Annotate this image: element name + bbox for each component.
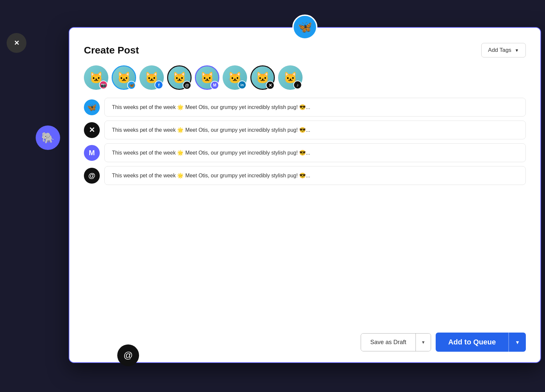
- save-draft-group: Save as Draft ▼: [361, 333, 431, 351]
- post-text-threads[interactable]: This weeks pet of the week 🌟 Meet Otis, …: [104, 166, 526, 185]
- save-draft-chevron-icon: ▼: [421, 340, 425, 345]
- posts-list: 🦋 This weeks pet of the week 🌟 Meet Otis…: [84, 98, 526, 324]
- avatar-bluesky[interactable]: 🐱 🦋: [112, 65, 136, 90]
- bluesky-badge: 🦋: [127, 81, 136, 89]
- modal-footer: Save as Draft ▼ Add to Queue ▼: [84, 333, 526, 352]
- mastodon-badge: M: [210, 81, 219, 89]
- save-draft-chevron-button[interactable]: ▼: [416, 334, 431, 351]
- post-row-mastodon: M This weeks pet of the week 🌟 Meet Otis…: [84, 143, 526, 162]
- add-tags-button[interactable]: Add Tags ▼: [481, 43, 526, 57]
- create-post-modal: 🦋 Create Post Add Tags ▼ 🐱 📷 🐱 🦋 🐱: [69, 27, 541, 363]
- modal-header: Create Post Add Tags ▼: [84, 43, 526, 57]
- linkedin-badge: in: [238, 81, 246, 89]
- side-x-icon[interactable]: ✕: [7, 33, 26, 53]
- facebook-badge: f: [155, 81, 163, 89]
- post-row-x: ✕ This weeks pet of the week 🌟 Meet Otis…: [84, 121, 526, 139]
- save-draft-button[interactable]: Save as Draft: [361, 334, 416, 351]
- post-icon-bluesky: 🦋: [84, 99, 100, 115]
- side-mastodon-icon[interactable]: 🐘: [36, 125, 60, 150]
- avatar-linkedin[interactable]: 🐱 in: [223, 65, 247, 90]
- x-badge: ✕: [266, 81, 274, 89]
- post-row-bluesky: 🦋 This weeks pet of the week 🌟 Meet Otis…: [84, 98, 526, 117]
- add-queue-chevron-icon: ▼: [515, 339, 520, 345]
- chevron-down-icon: ▼: [515, 48, 519, 53]
- avatar-facebook[interactable]: 🐱 f: [139, 65, 164, 90]
- post-text-mastodon[interactable]: This weeks pet of the week 🌟 Meet Otis, …: [104, 143, 526, 162]
- threads-badge: @: [183, 81, 191, 89]
- side-threads-bottom-icon[interactable]: @: [117, 344, 139, 366]
- add-queue-button[interactable]: Add to Queue: [436, 333, 508, 352]
- page-title: Create Post: [84, 45, 139, 56]
- post-text-bluesky[interactable]: This weeks pet of the week 🌟 Meet Otis, …: [104, 98, 526, 117]
- butterfly-badge: 🦋: [292, 15, 317, 40]
- post-icon-threads: @: [84, 168, 100, 184]
- add-queue-chevron-button[interactable]: ▼: [508, 333, 526, 352]
- avatar-threads[interactable]: 🐱 @: [167, 65, 192, 90]
- add-queue-group: Add to Queue ▼: [436, 333, 526, 352]
- avatar-mastodon[interactable]: 🐱 M: [195, 65, 219, 90]
- post-row-threads: @ This weeks pet of the week 🌟 Meet Otis…: [84, 166, 526, 185]
- add-tags-label: Add Tags: [488, 47, 512, 53]
- avatar-x[interactable]: 🐱 ✕: [250, 65, 275, 90]
- instagram-badge: 📷: [99, 81, 108, 89]
- tiktok-badge: ♪: [293, 81, 302, 89]
- avatars-row: 🐱 📷 🐱 🦋 🐱 f 🐱 @ 🐱: [84, 65, 526, 90]
- post-icon-x: ✕: [84, 122, 100, 138]
- avatar-tiktok[interactable]: 🐱 ♪: [278, 65, 303, 90]
- post-icon-mastodon: M: [84, 145, 100, 161]
- avatar-instagram[interactable]: 🐱 📷: [84, 65, 108, 90]
- post-text-x[interactable]: This weeks pet of the week 🌟 Meet Otis, …: [104, 121, 526, 139]
